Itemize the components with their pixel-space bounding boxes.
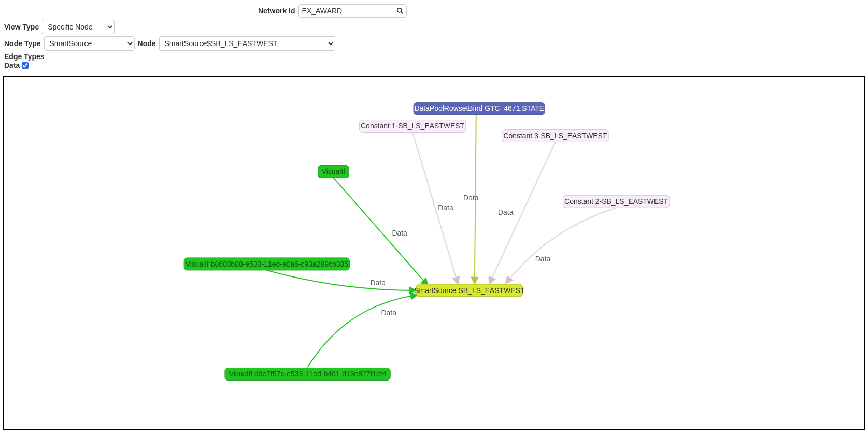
data-checkbox-label: Data — [4, 62, 20, 69]
svg-rect-14 — [225, 368, 390, 381]
node-type-select[interactable]: SmartSource — [44, 36, 135, 51]
node-select[interactable]: SmartSource$SB_LS_EASTWEST — [159, 36, 335, 51]
controls-panel: Network Id View Type Specific Node Node … — [0, 0, 868, 72]
view-type-label: View Type — [4, 23, 39, 31]
view-type-select[interactable]: Specific Node — [42, 20, 115, 34]
graph-node-datapool[interactable]: DataPoolRowsetBind GTC_4671.STATE — [414, 103, 545, 115]
graph-edge — [506, 208, 616, 284]
graph-node-visualif2[interactable]: VisualIf d9e7f57c-e533-11ed-b401-d13e827… — [225, 368, 390, 381]
edge-label: Data — [371, 279, 386, 287]
edge-label: Data — [381, 309, 396, 317]
viewtype-row: View Type Specific Node — [4, 20, 864, 34]
node-type-label: Node Type — [4, 39, 41, 48]
edge-label: Data — [438, 203, 453, 212]
edge-types-row: Edge Types Data — [4, 53, 864, 70]
node-label: Node — [138, 39, 156, 48]
graph-edge — [308, 295, 418, 368]
edge-label: Data — [535, 255, 551, 263]
svg-rect-10 — [563, 196, 670, 208]
svg-rect-6 — [502, 130, 609, 142]
svg-rect-8 — [318, 166, 349, 178]
svg-rect-16 — [416, 284, 523, 297]
svg-rect-2 — [414, 103, 545, 115]
graph-node-smartsource[interactable]: SmartSource SB_LS_EASTWEST — [414, 284, 525, 297]
graph-edge — [267, 270, 416, 290]
svg-rect-12 — [184, 258, 349, 270]
graph-node-visualif1[interactable]: VisualIf b8600b88-e533-11ed-a0a6-c93a289… — [184, 258, 349, 270]
graph-node-const2[interactable]: Constant 2-SB_LS_EASTWEST — [563, 196, 670, 208]
svg-rect-4 — [359, 120, 466, 133]
network-row: Network Id — [4, 4, 864, 18]
graph-node-const3[interactable]: Constant 3-SB_LS_EASTWEST — [502, 130, 609, 142]
graph-svg: DataDataDataDataDataDataData DataPoolRow… — [4, 77, 864, 429]
network-id-group — [298, 4, 407, 18]
edge-types-label: Edge Types — [4, 53, 864, 61]
network-id-label: Network Id — [258, 7, 295, 15]
edge-label: Data — [498, 208, 514, 216]
graph-node-const1[interactable]: Constant 1-SB_LS_EASTWEST — [359, 120, 466, 133]
graph-canvas[interactable]: DataDataDataDataDataDataData DataPoolRow… — [3, 76, 865, 430]
edge-label: Data — [463, 194, 479, 202]
edge-label: Data — [392, 229, 407, 237]
network-id-input[interactable] — [298, 4, 407, 18]
node-row: Node Type SmartSource Node SmartSource$S… — [4, 36, 864, 51]
data-checkbox[interactable] — [22, 62, 29, 69]
graph-node-visualif[interactable]: VisualIf — [318, 166, 349, 178]
